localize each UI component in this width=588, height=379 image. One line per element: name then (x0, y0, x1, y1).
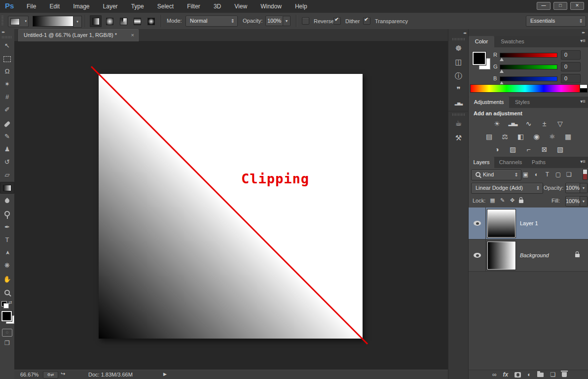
new-adjustment-layer-icon[interactable]: ◐ (527, 370, 531, 379)
filter-shape-layers-icon[interactable]: ▢ (554, 170, 562, 179)
tab-color[interactable]: Color (469, 36, 494, 47)
exposure-icon[interactable]: ± (539, 119, 550, 129)
zoom-tool[interactable] (0, 286, 14, 298)
visibility-eye-icon[interactable] (474, 253, 481, 258)
filter-adjustment-layers-icon[interactable]: ◐ (532, 170, 541, 179)
panel-menu-icon[interactable]: ▾≡ (580, 38, 586, 43)
collapse-toolbar-icon[interactable]: ▸▸ (2, 30, 4, 34)
gradient-picker-arrow[interactable]: ▾ (73, 16, 82, 28)
share-icon[interactable]: ↪ (61, 371, 65, 377)
menu-window[interactable]: Window (255, 0, 288, 13)
type-tool[interactable]: T (0, 234, 14, 246)
default-colors-icon[interactable] (1, 301, 7, 307)
tab-layers[interactable]: Layers (469, 157, 494, 168)
threshold-icon[interactable]: ⌐ (523, 145, 534, 154)
close-button[interactable]: ✕ (570, 2, 584, 10)
menu-image[interactable]: Image (67, 0, 95, 13)
brightness-contrast-icon[interactable]: ☀ (491, 119, 503, 129)
tab-channels[interactable]: Channels (494, 157, 527, 168)
spectrum-bw-swatch[interactable] (580, 84, 588, 93)
rectangular-marquee-tool[interactable] (0, 53, 14, 65)
workspace-select[interactable]: Essentials ⇕ (526, 16, 586, 27)
invert-icon[interactable]: ◑ (491, 145, 503, 154)
tab-swatches[interactable]: Swatches (494, 36, 531, 47)
layer-row-layer1[interactable]: Layer 1 (469, 207, 588, 240)
status-expand-icon[interactable]: ▶ (163, 372, 167, 377)
blue-value-field[interactable]: 0 (561, 74, 581, 83)
add-layer-mask-icon[interactable] (514, 372, 521, 378)
red-slider[interactable] (500, 53, 557, 58)
reverse-checkbox[interactable]: Reverse (302, 17, 334, 25)
adobe-drive-icon[interactable]: ⚙⇄ (43, 371, 58, 379)
panel-menu-icon[interactable]: ▾≡ (580, 159, 586, 164)
document-tab[interactable]: Untitled-1 @ 66.7% (Layer 1, RGB/8) * × (18, 29, 139, 41)
notes-icon[interactable]: ❞ (448, 85, 469, 94)
delete-layer-icon[interactable] (562, 372, 567, 377)
tab-adjustments[interactable]: Adjustments (469, 97, 509, 108)
menu-select[interactable]: Select (151, 0, 180, 13)
eyedropper-tool[interactable]: ✐ (0, 104, 14, 116)
panel-menu-icon[interactable]: ▾≡ (580, 99, 586, 104)
menu-file[interactable]: File (21, 0, 42, 13)
path-selection-tool[interactable]: ➤ (0, 247, 14, 259)
spot-healing-brush-tool[interactable] (0, 118, 14, 130)
green-slider-thumb[interactable] (500, 69, 504, 73)
background-name[interactable]: Background (520, 252, 549, 258)
color-wheel-icon[interactable]: ☸ (448, 44, 469, 53)
layer1-name[interactable]: Layer 1 (520, 220, 538, 226)
curves-icon[interactable]: ∿ (523, 119, 534, 129)
tool-preset-picker[interactable]: ▾ (8, 16, 29, 27)
magic-wand-tool[interactable]: ✶ (0, 78, 14, 90)
blend-mode-select[interactable]: Normal ⇕ (185, 16, 238, 27)
move-tool[interactable]: ↖ (0, 40, 14, 52)
opacity-dropdown-arrow[interactable]: ▼ (283, 16, 291, 26)
collapse-dock-icon[interactable]: ▸▸ (582, 31, 585, 34)
pen-tool[interactable]: ✒ (0, 221, 14, 233)
opacity-value[interactable]: 100% (265, 16, 283, 26)
info-icon[interactable]: ⓘ (448, 71, 469, 81)
green-value-field[interactable]: 0 (561, 62, 581, 71)
background-thumbnail[interactable] (487, 241, 515, 270)
properties-icon[interactable]: ◫ (448, 58, 469, 67)
layer-opacity-value[interactable]: 100% (565, 183, 580, 193)
filtering-toggle[interactable] (583, 169, 588, 180)
zoom-level-field[interactable]: 66.67% (20, 372, 38, 378)
menu-type[interactable]: Type (125, 0, 150, 13)
menu-view[interactable]: View (228, 0, 253, 13)
lock-paint-icon[interactable]: ✎ (498, 197, 507, 204)
color-spectrum-ramp[interactable] (470, 84, 580, 93)
menu-layer[interactable]: Layer (97, 0, 124, 13)
radial-gradient-button[interactable] (104, 15, 115, 27)
channel-mixer-icon[interactable]: ⚛ (547, 132, 558, 141)
layer-row-background[interactable]: Background (469, 240, 588, 272)
new-layer-icon[interactable]: ❏ (550, 370, 555, 379)
reflected-gradient-button[interactable] (131, 15, 143, 27)
document-size-info[interactable]: Doc: 1.83M/3.66M (88, 372, 133, 378)
screen-mode-button[interactable]: ❐ (0, 340, 14, 346)
color-balance-icon[interactable]: ⚖ (499, 132, 511, 141)
tab-close-icon[interactable]: × (131, 30, 134, 41)
dodge-tool[interactable] (0, 207, 14, 219)
menu-edit[interactable]: Edit (43, 0, 66, 13)
clone-stamp-tool[interactable]: ♟ (0, 143, 14, 155)
foreground-color-swatch[interactable] (1, 311, 12, 321)
gradient-tool[interactable] (0, 182, 14, 194)
canvas[interactable] (99, 74, 363, 339)
menu-3d[interactable]: 3D (208, 0, 227, 13)
red-slider-thumb[interactable] (500, 58, 504, 61)
history-brush-tool[interactable]: ↺ (0, 156, 14, 168)
custom-shape-tool[interactable]: ❋ (0, 260, 14, 272)
foreground-color-swatch[interactable] (473, 52, 486, 65)
minimize-button[interactable]: — (537, 2, 551, 10)
layer-style-fx-icon[interactable]: fx (503, 370, 509, 379)
gradient-map-icon[interactable]: ⊠ (539, 145, 550, 154)
linear-gradient-button[interactable] (90, 15, 102, 27)
vibrance-icon[interactable]: ▽ (554, 119, 566, 129)
brush-presets-icon[interactable]: ☕ (448, 119, 469, 128)
photo-filter-icon[interactable]: ◉ (531, 132, 542, 141)
lock-position-icon[interactable]: ✥ (508, 197, 516, 204)
hand-tool[interactable]: ✋ (0, 274, 14, 285)
lasso-tool[interactable]: Ω (0, 66, 14, 77)
hue-saturation-icon[interactable]: ▤ (483, 132, 495, 141)
filter-pixel-layers-icon[interactable]: ▣ (521, 170, 530, 179)
